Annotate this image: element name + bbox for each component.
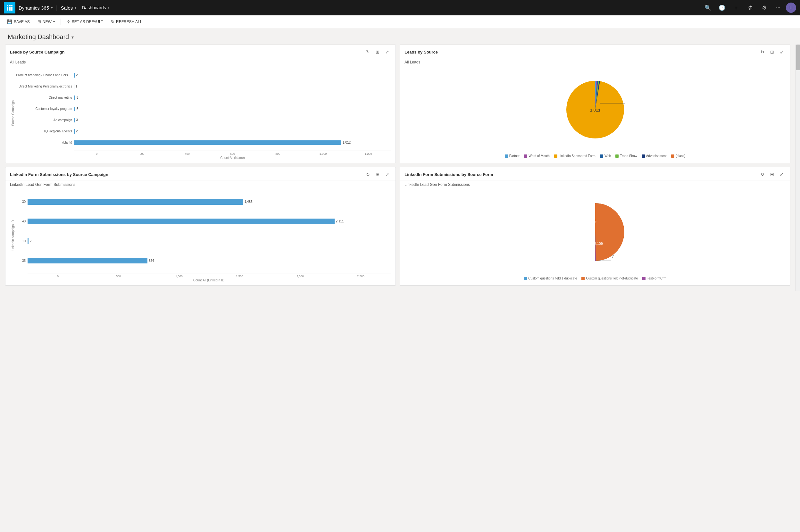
app-grid-icon[interactable] <box>4 2 15 14</box>
user-avatar[interactable]: U <box>786 3 796 13</box>
chart3-bar-rect <box>27 238 28 244</box>
chart1-bar-row: Product branding - Phones and Personal..… <box>16 72 391 79</box>
more-icon[interactable]: ··· <box>772 1 785 14</box>
chart3-bar-label: 10 <box>16 240 26 243</box>
chart1-bar-rect <box>74 118 75 122</box>
chart1-refresh-icon[interactable]: ↻ <box>364 48 372 56</box>
chart3-expand-icon[interactable]: ⤢ <box>383 171 391 178</box>
save-as-icon: 💾 <box>7 19 12 24</box>
chart1-expand-icon[interactable]: ⤢ <box>383 48 391 56</box>
chart1-bar-area: 1 <box>74 84 391 89</box>
chart4-title: LinkedIn Form Submissions by Source Form <box>404 172 759 177</box>
chart3-subtitle: LinkedIn Lead Gen Form Submissions <box>5 180 396 188</box>
chart3-bar-value: 1,483 <box>245 200 252 204</box>
add-icon[interactable]: ＋ <box>729 1 742 14</box>
chart1-grid-icon[interactable]: ⊞ <box>374 48 381 56</box>
chart2-title: Leads by Source <box>404 50 759 55</box>
chart2-refresh-icon[interactable]: ↻ <box>759 48 766 56</box>
chart3-bar-rect <box>27 218 335 224</box>
set-default-label: SET AS DEFAULT <box>72 20 103 24</box>
refresh-icon: ↻ <box>111 19 114 24</box>
save-as-button[interactable]: 💾 SAVE AS <box>4 18 33 25</box>
chart3-bar-label: 30 <box>16 200 26 204</box>
settings-icon[interactable]: ⚙ <box>758 1 770 14</box>
chart2-legend-item: Web <box>600 154 611 158</box>
chart2-legend-item: Partner <box>505 154 520 158</box>
chart1-bar-label: Customer loyalty program <box>16 107 72 111</box>
chart4-body: 2,109 2,109 7 Custom questions field 1 d… <box>400 188 790 285</box>
svg-rect-8 <box>11 9 13 11</box>
legend-dot <box>505 154 508 158</box>
chart2-expand-icon[interactable]: ⤢ <box>778 48 785 56</box>
chart4-grid-icon[interactable]: ⊞ <box>768 171 776 178</box>
new-button[interactable]: ⊞ NEW ▾ <box>34 18 58 25</box>
new-icon: ⊞ <box>38 19 41 24</box>
chart1-rows: Product branding - Phones and Personal..… <box>16 67 391 151</box>
chart3-refresh-icon[interactable]: ↻ <box>364 171 372 178</box>
chart1-bar-value: 5 <box>77 107 78 111</box>
svg-text:2,109: 2,109 <box>588 219 596 223</box>
scrollbar-thumb[interactable] <box>796 44 800 70</box>
chart1-bar-area: 2 <box>74 129 391 134</box>
chart1-bar-row: 1Q Regional Events 2 <box>16 128 391 135</box>
brand-chevron-icon: ▾ <box>51 6 53 10</box>
page-title-bar: Marketing Dashboard ▾ <box>0 28 800 44</box>
legend-dot <box>642 154 645 158</box>
filter-icon[interactable]: ⚗ <box>744 1 757 14</box>
chart3-grid-icon[interactable]: ⊞ <box>374 171 381 178</box>
svg-rect-6 <box>7 9 8 11</box>
chart3-x-tick: 0 <box>27 275 88 278</box>
refresh-all-button[interactable]: ↻ REFRESH ALL <box>108 18 145 25</box>
chart1-x-axis: 02004006008001,0001,200 <box>74 151 391 155</box>
chart3-rows: 30 1,483 40 2,111 10 7 35 824 <box>16 189 391 273</box>
chart3-title: LinkedIn Form Submissions by Source Camp… <box>10 172 364 177</box>
scrollbar-track[interactable] <box>796 44 800 291</box>
chart3-bar-area: 1,483 <box>27 199 391 205</box>
chart-linkedin-by-form: LinkedIn Form Submissions by Source Form… <box>400 167 791 286</box>
chart1-bar-value: 2 <box>76 73 78 77</box>
chart1-bar-rect <box>74 95 75 100</box>
chart1-bar-rect <box>74 129 75 134</box>
chart-linkedin-by-campaign: LinkedIn Form Submissions by Source Camp… <box>5 167 396 286</box>
chart4-pie-svg: 2,109 2,109 7 <box>560 189 630 275</box>
chart4-refresh-icon[interactable]: ↻ <box>759 171 766 178</box>
chart4-actions: ↻ ⊞ ⤢ <box>759 171 785 178</box>
chart1-bar-rect <box>74 84 74 89</box>
legend-dot <box>524 277 527 280</box>
chart3-x-tick: 2,500 <box>330 275 391 278</box>
module-text: Sales <box>61 5 73 11</box>
legend-label: Advertisement <box>646 154 667 158</box>
chart4-expand-icon[interactable]: ⤢ <box>778 171 785 178</box>
chart2-grid-icon[interactable]: ⊞ <box>768 48 776 56</box>
chart1-bar-label: Product branding - Phones and Personal..… <box>16 73 72 77</box>
chart3-bar-label: 35 <box>16 259 26 263</box>
legend-dot <box>600 154 603 158</box>
chart2-legend-item: Trade Show <box>615 154 637 158</box>
chart1-bar-area: 2 <box>74 73 391 78</box>
module-label[interactable]: Sales ▾ <box>58 5 79 11</box>
page-title-chevron-icon[interactable]: ▾ <box>72 35 74 40</box>
svg-rect-7 <box>9 9 11 11</box>
legend-label: Partner <box>509 154 520 158</box>
chart2-actions: ↻ ⊞ ⤢ <box>759 48 785 56</box>
brand-label[interactable]: Dynamics 365 ▾ <box>15 5 55 11</box>
new-label: NEW <box>43 20 52 24</box>
chart3-main: 30 1,483 40 2,111 10 7 35 824 05001,0001… <box>16 189 391 282</box>
legend-label: Word of Mouth <box>529 154 549 158</box>
chart1-bar-value: 2 <box>76 130 78 133</box>
chart1-title: Leads by Source Campaign <box>10 50 364 55</box>
legend-dot <box>554 154 557 158</box>
set-as-default-button[interactable]: ⊹ SET AS DEFAULT <box>63 18 107 25</box>
chart1-x-tick: 600 <box>210 152 255 155</box>
chart1-x-tick: 1,200 <box>346 152 391 155</box>
svg-text:7: 7 <box>612 255 614 258</box>
new-dropdown-icon: ▾ <box>53 20 55 23</box>
svg-text:1,011: 1,011 <box>590 108 600 113</box>
search-icon[interactable]: 🔍 <box>701 1 714 14</box>
legend-label: TestFormCrm <box>647 277 666 280</box>
legend-label: Trade Show <box>620 154 637 158</box>
breadcrumb-dashboards[interactable]: Dashboards › <box>79 5 112 10</box>
history-icon[interactable]: 🕐 <box>716 1 728 14</box>
svg-rect-2 <box>11 5 13 6</box>
chart3-bar-area: 7 <box>27 238 391 244</box>
